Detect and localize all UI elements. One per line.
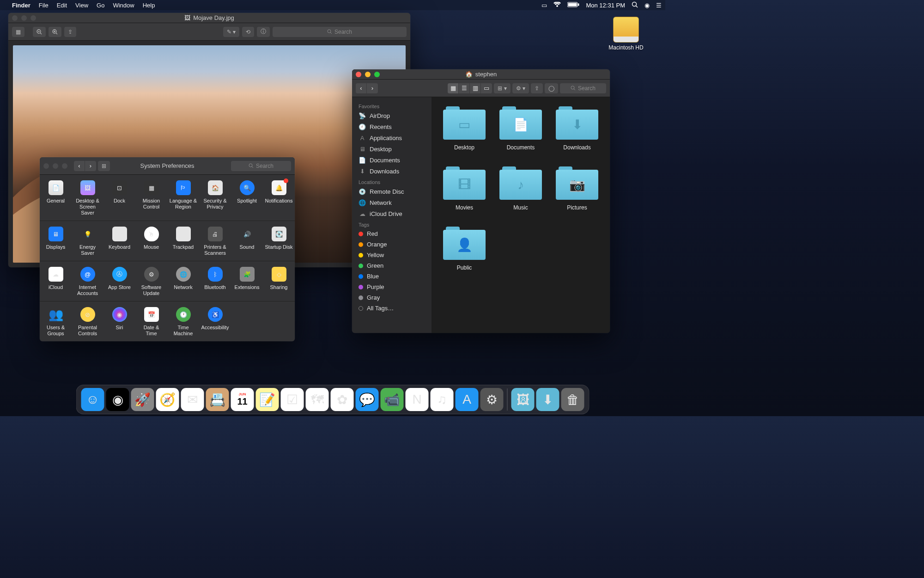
group-button[interactable]: ⊞ ▾ (494, 83, 510, 93)
info-button[interactable]: ⓘ (257, 27, 270, 37)
sidebar-item-remote-disc[interactable]: 💿Remote Disc (352, 186, 432, 197)
folder-pictures[interactable]: 📷Pictures (553, 166, 601, 211)
pref-a11y[interactable]: ♿Accessibility (199, 301, 231, 341)
folder-movies[interactable]: 🎞Movies (441, 166, 488, 211)
share-button[interactable]: ⇪ (531, 83, 543, 93)
pref-startup[interactable]: 💽Startup Disk (263, 221, 295, 261)
airplay-icon[interactable]: ▭ (541, 2, 547, 9)
list-view-button[interactable]: ☰ (459, 83, 470, 93)
tags-button[interactable]: ◯ (545, 83, 558, 93)
dock-notes[interactable]: 📝 (256, 388, 279, 411)
zoom-button[interactable] (30, 15, 36, 21)
share-button[interactable]: ⇪ (64, 27, 76, 37)
dock-safari[interactable]: 🧭 (156, 388, 179, 411)
sidebar-item-blue[interactable]: Blue (352, 271, 432, 282)
sidebar-item-applications[interactable]: AApplications (352, 132, 432, 143)
pref-security[interactable]: 🏠Security &Privacy (199, 175, 231, 221)
dock-desktop-stack[interactable]: 🖼 (511, 388, 535, 411)
pref-notif[interactable]: 🔔Notifications (263, 175, 295, 221)
close-button[interactable] (12, 15, 18, 21)
minimize-button[interactable] (53, 163, 58, 169)
close-button[interactable] (356, 72, 361, 77)
sidebar-item-documents[interactable]: 📄Documents (352, 154, 432, 166)
dock-facetime[interactable]: 📹 (381, 388, 404, 411)
markup-button[interactable]: ✎ ▾ (223, 27, 239, 37)
menu-help[interactable]: Help (143, 2, 155, 9)
pref-bluetooth[interactable]: ᛒBluetooth (199, 261, 231, 301)
dock-itunes[interactable]: ♫ (431, 388, 454, 411)
finder-titlebar[interactable]: 🏠 stephen (352, 69, 610, 80)
siri-icon[interactable]: ◉ (644, 2, 650, 9)
sidebar-toggle-button[interactable]: ▦ (12, 27, 24, 37)
pref-trackpad[interactable]: ▭Trackpad (167, 221, 199, 261)
pref-parental[interactable]: ⊘Parental Controls (72, 301, 103, 341)
pref-keyboard[interactable]: ⌨Keyboard (103, 221, 135, 261)
dock-maps[interactable]: 🗺 (306, 388, 329, 411)
pref-energy[interactable]: 💡Energy Saver (72, 221, 103, 261)
pref-siri[interactable]: ◉Siri (103, 301, 135, 341)
menu-view[interactable]: View (75, 2, 88, 9)
dock-mail[interactable]: ✉ (181, 388, 204, 411)
battery-icon[interactable] (567, 2, 579, 9)
dock-trash[interactable]: 🗑 (561, 388, 584, 411)
pref-general[interactable]: 📄General (40, 175, 72, 221)
sidebar-item-red[interactable]: Red (352, 228, 432, 239)
sidebar-item-yellow[interactable]: Yellow (352, 250, 432, 260)
rotate-button[interactable]: ⟲ (242, 27, 254, 37)
pref-appstore[interactable]: ⒶApp Store (103, 261, 135, 301)
dock-sysprefs[interactable]: ⚙ (480, 388, 504, 411)
dock-appstore[interactable]: A (456, 388, 479, 411)
column-view-button[interactable]: ▥ (470, 83, 481, 93)
app-menu[interactable]: Finder (12, 2, 30, 9)
pref-dock[interactable]: ⊡Dock (103, 175, 135, 221)
dock-calendar[interactable]: JUN11 (231, 388, 254, 411)
zoom-button[interactable] (374, 72, 380, 77)
notification-center-icon[interactable]: ☰ (656, 2, 662, 9)
dock-siri[interactable]: ◉ (106, 388, 129, 411)
clock[interactable]: Mon 12:31 PM (586, 2, 625, 9)
sidebar-item-airdrop[interactable]: 📡AirDrop (352, 110, 432, 121)
pref-mouse[interactable]: 🖱Mouse (135, 221, 167, 261)
spotlight-icon[interactable] (632, 1, 638, 9)
gallery-view-button[interactable]: ▭ (481, 83, 492, 93)
pref-displays[interactable]: 🖥Displays (40, 221, 72, 261)
folder-desktop[interactable]: ▭Desktop (441, 106, 488, 151)
pref-desktop[interactable]: 🖼Desktop &Screen Saver (72, 175, 103, 221)
sidebar-item-gray[interactable]: Gray (352, 292, 432, 303)
back-button[interactable]: ‹ (74, 161, 85, 171)
preview-titlebar[interactable]: 🖼 Mojave Day.jpg (8, 13, 410, 23)
dock-messages[interactable]: 💬 (356, 388, 379, 411)
dock-photos[interactable]: ✿ (331, 388, 354, 411)
back-button[interactable]: ‹ (356, 83, 367, 93)
pref-spotlight[interactable]: 🔍Spotlight (231, 175, 263, 221)
zoom-button[interactable] (62, 163, 67, 169)
pref-time[interactable]: 🕐Time Machine (167, 301, 199, 341)
sidebar-item-downloads[interactable]: ⬇Downloads (352, 166, 432, 177)
sidebar-item-network[interactable]: 🌐Network (352, 197, 432, 208)
menu-edit[interactable]: Edit (57, 2, 67, 9)
pref-users[interactable]: 👥Users &Groups (40, 301, 72, 341)
forward-button[interactable]: › (367, 83, 378, 93)
minimize-button[interactable] (365, 72, 371, 77)
icon-view-button[interactable]: ▦ (448, 83, 459, 93)
sidebar-item-green[interactable]: Green (352, 260, 432, 271)
sidebar-item-purple[interactable]: Purple (352, 282, 432, 292)
show-all-button[interactable]: ⊞ (98, 161, 110, 171)
forward-button[interactable]: › (85, 161, 96, 171)
pref-sharing[interactable]: ◇Sharing (263, 261, 295, 301)
menu-file[interactable]: File (39, 2, 49, 9)
pref-mission[interactable]: ▦Mission Control (135, 175, 167, 221)
folder-music[interactable]: ♪Music (497, 166, 544, 211)
dock-launchpad[interactable]: 🚀 (131, 388, 154, 411)
zoom-out-button[interactable] (33, 27, 46, 37)
finder-content[interactable]: ▭Desktop📄Documents⬇Downloads🎞Movies♪Musi… (432, 97, 610, 333)
search-field[interactable]: Search (273, 27, 407, 37)
dock-finder[interactable]: ☺ (81, 388, 104, 411)
all-tags-item[interactable]: All Tags… (352, 303, 432, 314)
pref-sound[interactable]: 🔊Sound (231, 221, 263, 261)
pref-date[interactable]: 📅Date &Time (135, 301, 167, 341)
sidebar-item-desktop[interactable]: 🖥Desktop (352, 143, 432, 154)
search-field[interactable]: Search (231, 161, 291, 171)
folder-public[interactable]: 👤Public (441, 227, 488, 271)
dock-downloads[interactable]: ⬇ (536, 388, 559, 411)
